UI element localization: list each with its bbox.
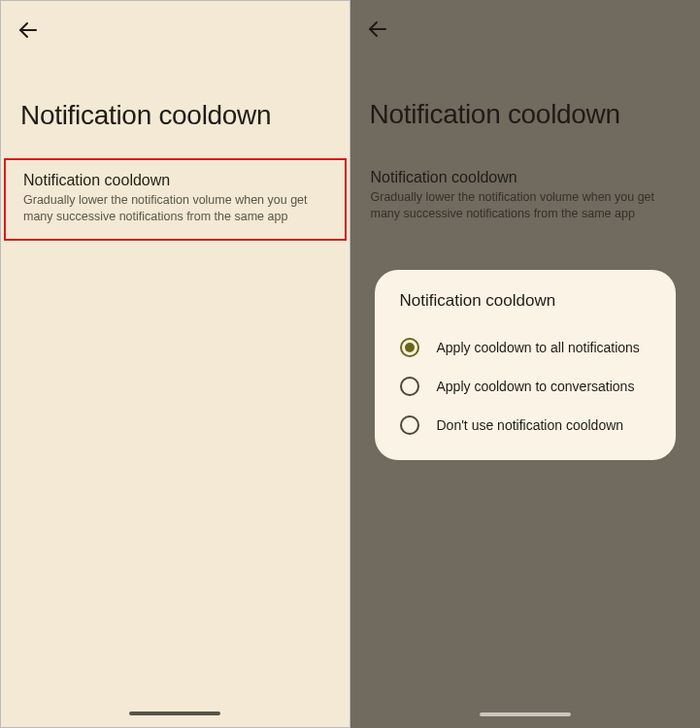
radio-option-none[interactable]: Don't use notification cooldown — [392, 406, 659, 445]
page-title: Notification cooldown — [350, 54, 701, 157]
dialog-title: Notification cooldown — [392, 291, 659, 311]
radio-button-icon — [400, 377, 419, 396]
setting-notification-cooldown[interactable]: Notification cooldown Gradually lower th… — [4, 158, 347, 241]
dialog-notification-cooldown: Notification cooldown Apply cooldown to … — [375, 270, 677, 460]
radio-label: Don't use notification cooldown — [437, 417, 624, 433]
setting-title: Notification cooldown — [23, 172, 327, 189]
radio-option-all[interactable]: Apply cooldown to all notifications — [392, 328, 659, 367]
screen-right: Notification cooldown Notification coold… — [350, 0, 701, 728]
back-arrow-icon[interactable] — [366, 17, 389, 41]
nav-pill[interactable] — [129, 711, 220, 715]
setting-description: Gradually lower the notification volume … — [23, 192, 327, 225]
back-arrow-icon[interactable] — [17, 18, 40, 42]
setting-title: Notification cooldown — [371, 169, 681, 186]
radio-button-icon — [400, 338, 419, 357]
setting-description: Gradually lower the notification volume … — [371, 189, 681, 222]
radio-label: Apply cooldown to all notifications — [437, 340, 640, 355]
radio-label: Apply cooldown to conversations — [437, 379, 635, 394]
radio-button-icon — [400, 415, 419, 435]
screen-left: Notification cooldown Notification coold… — [0, 0, 350, 728]
radio-option-conversations[interactable]: Apply cooldown to conversations — [392, 367, 659, 406]
setting-notification-cooldown[interactable]: Notification cooldown Gradually lower th… — [353, 157, 698, 236]
page-title: Notification cooldown — [1, 55, 350, 158]
nav-pill[interactable] — [480, 712, 571, 716]
topbar — [350, 0, 701, 54]
topbar — [1, 1, 350, 55]
